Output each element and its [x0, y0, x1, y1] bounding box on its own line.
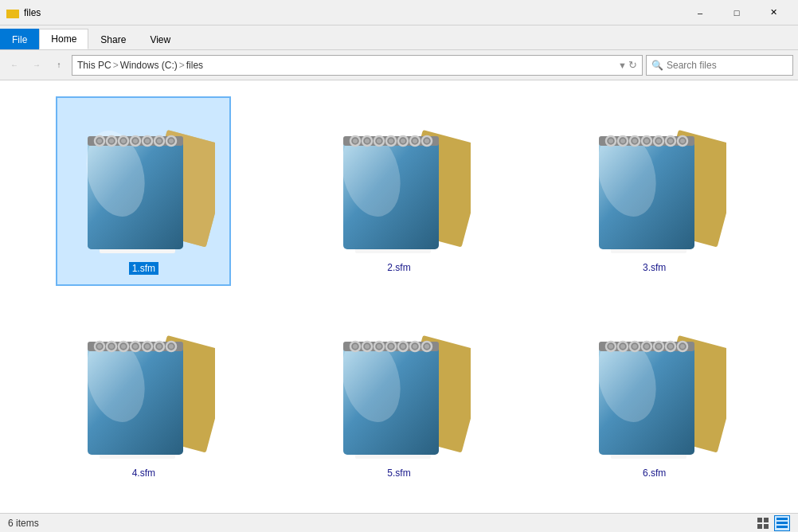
svg-point-80 — [680, 139, 685, 143]
svg-point-45 — [365, 139, 370, 143]
ribbon: File Home Share View — [0, 25, 798, 50]
svg-point-22 — [121, 139, 126, 143]
title-bar-left: files — [6, 6, 41, 19]
svg-point-145 — [620, 344, 625, 349]
breadcrumb: This PC > Windows (C:) > files — [77, 60, 203, 71]
refresh-button[interactable]: ↻ — [628, 59, 637, 71]
svg-point-151 — [656, 344, 661, 349]
svg-rect-157 — [764, 518, 769, 522]
search-box[interactable]: 🔍 — [646, 55, 793, 76]
svg-point-122 — [377, 344, 381, 349]
svg-point-153 — [668, 344, 673, 349]
svg-point-51 — [401, 139, 405, 143]
tab-home[interactable]: Home — [39, 29, 88, 49]
svg-point-97 — [121, 344, 126, 349]
svg-point-20 — [109, 139, 114, 143]
address-dropdown-icon[interactable]: ▼ — [618, 61, 627, 70]
svg-point-130 — [424, 344, 429, 349]
file-item-1[interactable]: 1.sfm — [56, 96, 231, 286]
address-bar-row: ← → ↑ This PC > Windows (C:) > files ▼ ↻… — [0, 50, 798, 80]
svg-point-155 — [680, 344, 685, 349]
crumb-sep-1: > — [113, 60, 119, 71]
file-item-2[interactable]: 2.sfm — [311, 96, 487, 286]
address-box[interactable]: This PC > Windows (C:) > files ▼ ↻ — [72, 55, 643, 76]
svg-point-143 — [608, 344, 613, 349]
svg-rect-162 — [776, 526, 788, 528]
svg-point-28 — [157, 139, 162, 143]
crumb-windows-c[interactable]: Windows (C:) — [120, 60, 178, 71]
svg-point-70 — [620, 139, 625, 143]
tab-share[interactable]: Share — [88, 29, 138, 49]
maximize-button[interactable]: □ — [718, 0, 755, 25]
svg-point-47 — [377, 139, 381, 143]
file-item-3[interactable]: 3.sfm — [567, 96, 742, 286]
svg-point-120 — [365, 344, 370, 349]
file-icon-5 — [327, 311, 471, 463]
tab-view[interactable]: View — [138, 29, 182, 49]
file-label-1: 1.sfm — [129, 262, 158, 275]
close-button[interactable]: ✕ — [755, 0, 792, 25]
svg-point-95 — [109, 344, 114, 349]
svg-point-26 — [145, 139, 150, 143]
svg-point-78 — [668, 139, 673, 143]
svg-point-72 — [632, 139, 637, 143]
crumb-sep-2: > — [179, 60, 185, 71]
svg-rect-158 — [757, 524, 762, 529]
svg-rect-160 — [776, 518, 788, 520]
tab-file[interactable]: File — [0, 29, 39, 49]
main-area: 1.sfm — [0, 80, 798, 513]
file-icon-3 — [583, 106, 726, 257]
window-title: files — [24, 7, 41, 18]
folder-icon — [6, 6, 19, 19]
title-bar: files – □ ✕ — [0, 0, 798, 25]
details-view-button[interactable] — [774, 515, 790, 531]
svg-point-53 — [413, 139, 417, 143]
svg-point-103 — [157, 344, 162, 349]
address-box-right: ▼ ↻ — [618, 59, 637, 71]
svg-point-68 — [608, 139, 613, 143]
file-label-5: 5.sfm — [387, 467, 410, 479]
svg-point-74 — [644, 139, 649, 143]
file-label-2: 2.sfm — [387, 262, 410, 273]
svg-point-43 — [353, 139, 358, 143]
svg-point-49 — [389, 139, 393, 143]
file-icon-1 — [72, 106, 215, 257]
svg-point-101 — [145, 344, 150, 349]
view-controls — [755, 515, 790, 531]
minimize-button[interactable]: – — [682, 0, 718, 25]
crumb-files[interactable]: files — [186, 60, 203, 71]
svg-point-99 — [133, 344, 138, 349]
svg-point-30 — [169, 139, 174, 143]
file-label-6: 6.sfm — [643, 467, 666, 479]
file-grid: 1.sfm — [0, 80, 798, 513]
file-item-5[interactable]: 5.sfm — [311, 302, 487, 490]
item-count-label: 6 items — [8, 518, 39, 529]
svg-point-76 — [656, 139, 661, 143]
svg-point-124 — [389, 344, 393, 349]
svg-rect-161 — [776, 522, 788, 524]
ribbon-tabs: File Home Share View — [0, 25, 798, 49]
search-input[interactable] — [667, 60, 788, 71]
search-icon: 🔍 — [651, 60, 663, 71]
svg-point-24 — [133, 139, 138, 143]
svg-rect-156 — [757, 518, 762, 522]
file-icon-4 — [72, 311, 215, 463]
svg-rect-2 — [6, 10, 19, 18]
svg-point-128 — [413, 344, 417, 349]
up-button[interactable]: ↑ — [49, 56, 68, 75]
file-item-4[interactable]: 4.sfm — [56, 302, 231, 490]
icons-view-button[interactable] — [755, 515, 771, 531]
crumb-this-pc[interactable]: This PC — [77, 60, 111, 71]
svg-point-18 — [97, 139, 102, 143]
svg-point-118 — [353, 344, 358, 349]
file-icon-6 — [583, 311, 726, 463]
back-button[interactable]: ← — [5, 56, 24, 75]
forward-button[interactable]: → — [27, 56, 46, 75]
file-icon-2 — [327, 106, 471, 257]
svg-point-126 — [401, 344, 405, 349]
svg-point-93 — [97, 344, 102, 349]
window-controls: – □ ✕ — [682, 0, 792, 25]
svg-point-105 — [169, 344, 174, 349]
svg-rect-159 — [764, 524, 769, 529]
file-item-6[interactable]: 6.sfm — [567, 302, 742, 490]
